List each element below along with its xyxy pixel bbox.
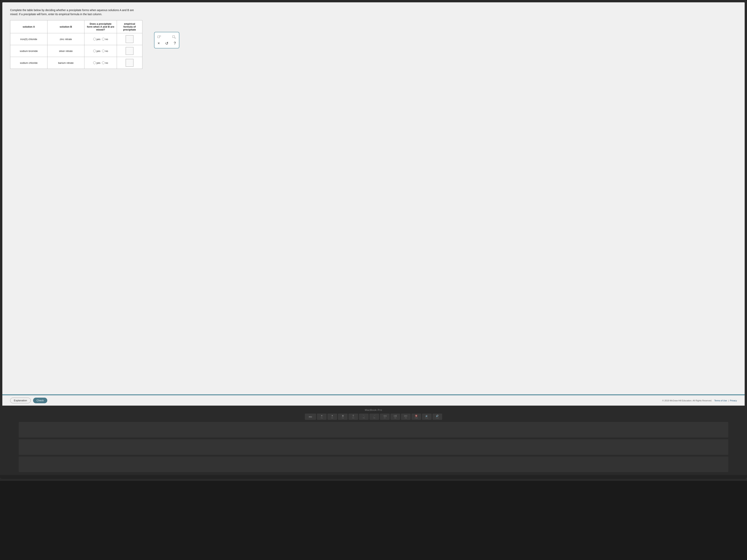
instructions-text: Complete the table below by deciding whe… xyxy=(10,8,143,16)
toolbar-bottom-row: × ↺ ? xyxy=(158,41,176,46)
explanation-button[interactable]: Explanation xyxy=(10,398,31,403)
f1-label: F1 xyxy=(321,417,323,419)
f5-key[interactable]: ⋱ F5 xyxy=(359,414,369,420)
toolbar-top-row: □□ □□ xyxy=(158,35,176,39)
f10-key[interactable]: 🔇 F10 xyxy=(411,414,421,420)
yes-radio-3[interactable] xyxy=(93,61,96,64)
yes-radio-1[interactable] xyxy=(93,38,96,41)
copyright-text: © 2019 McGraw-Hill Education. All Rights… xyxy=(662,399,712,402)
f4-label: F4 xyxy=(352,417,354,419)
f11-key[interactable]: 🔉 F11 xyxy=(422,414,432,420)
no-label-3: no xyxy=(105,61,108,64)
f4-key[interactable]: ⠿ F4 xyxy=(349,414,358,420)
toolbar-popup: □□ □□ × ↺ ? xyxy=(154,32,179,48)
f10-label: F10 xyxy=(415,417,418,419)
no-radio-3[interactable] xyxy=(102,61,105,64)
solution-b-1: zinc nitrate xyxy=(47,33,84,45)
no-radio-1[interactable] xyxy=(102,38,105,41)
main-keyboard-row3 xyxy=(19,457,728,472)
superscript-icon[interactable]: □□ xyxy=(158,35,161,39)
f9-key[interactable]: ▷▷ F9 xyxy=(401,414,411,420)
macbook-label: MacBook Pro xyxy=(365,408,382,411)
f2-key[interactable]: ☀ F2 xyxy=(327,414,337,420)
subscript-icon[interactable]: □□ xyxy=(173,35,176,39)
help-icon[interactable]: ? xyxy=(174,41,176,46)
footer-buttons: Explanation Check xyxy=(10,398,47,403)
formula-cell-1 xyxy=(117,33,142,45)
footer-copyright: © 2019 McGraw-Hill Education. All Rights… xyxy=(662,399,737,402)
f8-key[interactable]: ▷|| F8 xyxy=(390,414,400,420)
radio-group-2: yes no xyxy=(87,50,114,53)
esc-label: esc xyxy=(309,416,312,418)
no-radio-label-2[interactable]: no xyxy=(102,50,108,53)
yesno-cell-2: yes no xyxy=(84,45,117,57)
f12-icon: 🔊 xyxy=(436,415,439,417)
screen-bezel: Complete the table below by deciding whe… xyxy=(0,0,747,406)
esc-key[interactable]: esc xyxy=(305,414,316,420)
table-row: sodium chloride barium nitrate yes xyxy=(10,57,143,69)
yesno-cell-1: yes no xyxy=(84,33,117,45)
yes-radio-2[interactable] xyxy=(93,50,96,52)
screen-content: Complete the table below by deciding whe… xyxy=(2,2,745,406)
formula-input-2[interactable] xyxy=(126,47,133,55)
f5-label: F5 xyxy=(363,417,365,419)
solution-a-3: sodium chloride xyxy=(10,57,48,69)
f10-icon: 🔇 xyxy=(415,415,418,417)
laptop-bottom xyxy=(0,475,747,479)
header-empirical-formula: empirical formula of precipitate xyxy=(117,20,142,33)
formula-input-3[interactable] xyxy=(126,59,133,67)
header-precipitate-form: Does a precipitate form when A and B are… xyxy=(84,20,117,33)
f6-icon: ⋰ xyxy=(373,415,376,417)
header-solution-b: solution B xyxy=(47,20,84,33)
check-button[interactable]: Check xyxy=(33,398,47,403)
f3-icon: ⊞ xyxy=(342,415,344,417)
f11-icon: 🔉 xyxy=(426,415,428,417)
f5-icon: ⋱ xyxy=(363,415,365,417)
f3-key[interactable]: ⊞ F3 xyxy=(338,414,347,420)
no-radio-label-3[interactable]: no xyxy=(102,61,108,64)
close-icon[interactable]: × xyxy=(158,41,160,46)
no-radio-2[interactable] xyxy=(102,50,105,52)
f7-label: F7 xyxy=(384,417,386,419)
header-solution-a: solution A xyxy=(10,20,48,33)
yes-label-3: yes xyxy=(97,61,100,64)
privacy-link[interactable]: Privacy xyxy=(730,399,737,402)
f6-key[interactable]: ⋰ F6 xyxy=(369,414,379,420)
no-radio-label-1[interactable]: no xyxy=(102,38,108,41)
formula-cell-2 xyxy=(117,45,142,57)
f12-key[interactable]: 🔊 F12 xyxy=(433,414,442,420)
fn-key-row: esc ☀ F1 ☀ F2 ⊞ F3 ⠿ F4 ⋱ F5 ⋰ F6 ◁◁ F7 xyxy=(0,414,747,420)
main-keyboard-row2 xyxy=(19,439,728,455)
f8-icon: ▷|| xyxy=(394,415,397,417)
radio-group-3: yes no xyxy=(87,61,114,64)
solution-b-2: silver nitrate xyxy=(47,45,84,57)
table-row: iron(II) chloride zinc nitrate yes xyxy=(10,33,143,45)
f3-label: F3 xyxy=(342,417,343,419)
solution-b-3: barium nitrate xyxy=(47,57,84,69)
f2-icon: ☀ xyxy=(331,415,333,417)
no-label-2: no xyxy=(105,50,108,53)
formula-cell-3 xyxy=(117,57,142,69)
main-content: Complete the table below by deciding whe… xyxy=(2,2,745,394)
f8-label: F8 xyxy=(394,417,396,419)
solution-a-2: sodium bromide xyxy=(10,45,48,57)
precipitate-table: solution A solution B Does a precipitate… xyxy=(10,20,143,69)
f12-label: F12 xyxy=(436,417,439,419)
formula-input-1[interactable] xyxy=(126,35,133,43)
no-label-1: no xyxy=(105,38,108,41)
yes-radio-label-1[interactable]: yes xyxy=(93,38,100,41)
f7-key[interactable]: ◁◁ F7 xyxy=(380,414,390,420)
yes-label-1: yes xyxy=(97,38,100,41)
keyboard-area: MacBook Pro esc ☀ F1 ☀ F2 ⊞ F3 ⠿ F4 ⋱ F5… xyxy=(0,406,747,481)
f9-icon: ▷▷ xyxy=(404,415,407,417)
undo-icon[interactable]: ↺ xyxy=(165,41,169,46)
f1-icon: ☀ xyxy=(321,415,323,417)
radio-group-1: yes no xyxy=(87,38,114,41)
f1-key[interactable]: ☀ F1 xyxy=(317,414,327,420)
f7-icon: ◁◁ xyxy=(383,415,386,417)
yes-radio-label-3[interactable]: yes xyxy=(93,61,100,64)
yesno-cell-3: yes no xyxy=(84,57,117,69)
terms-of-use-link[interactable]: Terms of Use xyxy=(714,399,727,402)
f6-label: F6 xyxy=(373,417,375,419)
yes-radio-label-2[interactable]: yes xyxy=(93,50,100,53)
